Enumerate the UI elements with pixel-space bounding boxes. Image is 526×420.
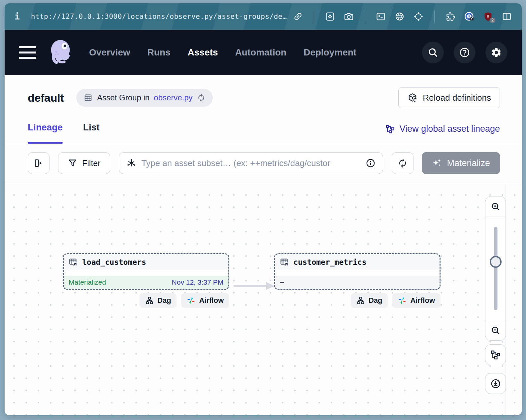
crosshair-icon[interactable] xyxy=(413,12,423,21)
nav-item-runs[interactable]: Runs xyxy=(148,47,171,58)
toolbar-divider xyxy=(365,10,365,23)
toolbar-divider xyxy=(314,10,314,23)
globe-icon[interactable] xyxy=(395,12,405,21)
app-window: i http://127.0.0.1:3000/locations/observ… xyxy=(5,3,522,415)
camera-icon[interactable] xyxy=(344,12,354,21)
asset-group-badge-text: Asset Group in xyxy=(97,93,149,102)
refresh-lineage-button[interactable] xyxy=(392,152,413,174)
zoom-out-icon xyxy=(491,326,501,335)
primary-nav: Overview Runs Assets Automation Deployme… xyxy=(89,47,356,58)
page-title: default xyxy=(28,91,64,104)
lineage-canvas[interactable]: load_customers Materialized Nov 12, 3:37… xyxy=(5,184,522,415)
view-global-asset-lineage-label: View global asset lineage xyxy=(400,124,500,134)
expand-panel-icon xyxy=(34,158,44,168)
terminal-icon[interactable] xyxy=(376,12,386,21)
reload-definitions-button[interactable]: Reload definitions xyxy=(398,87,500,108)
tag-dag[interactable]: Dag xyxy=(140,293,177,308)
link-icon[interactable] xyxy=(293,12,303,21)
filter-label: Filter xyxy=(82,158,101,168)
filter-button[interactable]: Filter xyxy=(58,152,110,174)
asset-node-status-row: – xyxy=(275,276,440,289)
tag-airflow[interactable]: Airflow xyxy=(392,293,441,308)
asset-node-body xyxy=(64,270,228,276)
tag-label: Dag xyxy=(369,296,382,305)
badge-refresh-icon[interactable] xyxy=(197,93,206,102)
zoom-slider-track[interactable] xyxy=(494,227,497,310)
browser-toolbar-icons: u 2 xyxy=(293,10,512,23)
zoom-slider[interactable] xyxy=(485,217,506,320)
toolbar-divider xyxy=(434,10,435,23)
app-navbar: Overview Runs Assets Automation Deployme… xyxy=(5,30,522,75)
asset-group-badge: Asset Group in observe.py xyxy=(76,89,213,107)
materialize-label: Materialize xyxy=(447,158,490,168)
download-icon xyxy=(490,378,501,389)
extension-frame-icon[interactable] xyxy=(325,12,335,21)
asset-tags-load-customers: Dag Airflow xyxy=(63,293,229,308)
asset-node-name: customer_metrics xyxy=(293,258,367,266)
page-header: default Asset Group in observe.py Reload… xyxy=(5,75,522,108)
reload-cube-icon xyxy=(407,92,418,103)
navbar-actions xyxy=(422,42,507,63)
asset-node-load-customers[interactable]: load_customers Materialized Nov 12, 3:37… xyxy=(63,253,229,290)
canvas-gutter xyxy=(506,184,514,415)
view-global-asset-lineage-link[interactable]: View global asset lineage xyxy=(385,124,500,143)
asset-node-name: load_customers xyxy=(82,258,146,266)
dagster-logo[interactable] xyxy=(48,38,75,67)
dag-icon xyxy=(145,296,154,305)
puzzle-icon[interactable] xyxy=(445,12,455,21)
lineage-graph-icon xyxy=(490,350,501,360)
zoom-slider-thumb[interactable] xyxy=(490,256,502,268)
airflow-icon xyxy=(398,296,407,305)
help-button[interactable] xyxy=(454,42,476,63)
asset-table-icon xyxy=(69,258,78,266)
reload-definitions-label: Reload definitions xyxy=(423,93,491,103)
dag-icon xyxy=(356,296,365,305)
expand-panel-button[interactable] xyxy=(28,152,49,174)
url-bar[interactable]: http://127.0.0.1:3000/locations/observe.… xyxy=(31,13,287,20)
materialize-button[interactable]: Materialize xyxy=(422,152,500,174)
asset-node-header: customer_metrics xyxy=(275,254,440,270)
tab-lineage[interactable]: Lineage xyxy=(28,122,63,143)
asset-tags-customer-metrics: Dag Airflow xyxy=(274,293,441,308)
download-button[interactable] xyxy=(485,373,506,394)
zoom-out-button[interactable] xyxy=(485,320,506,340)
tag-dag[interactable]: Dag xyxy=(351,293,388,308)
asset-subset-input[interactable] xyxy=(142,158,361,168)
nav-item-assets[interactable]: Assets xyxy=(188,47,218,58)
asset-node-customer-metrics[interactable]: customer_metrics – xyxy=(274,253,441,290)
asset-table-icon xyxy=(280,258,289,266)
nav-item-deployment[interactable]: Deployment xyxy=(304,47,356,58)
zoom-in-icon xyxy=(491,202,501,212)
nav-item-overview[interactable]: Overview xyxy=(89,47,130,58)
edge-arrow xyxy=(232,280,277,292)
status-label: – xyxy=(280,278,284,286)
tab-list[interactable]: List xyxy=(83,122,100,143)
funnel-icon xyxy=(68,158,78,168)
tag-label: Airflow xyxy=(410,296,435,305)
asset-group-icon xyxy=(83,93,93,102)
shield-badge: 2 xyxy=(490,18,495,23)
status-timestamp[interactable]: Nov 12, 3:37 PM xyxy=(172,278,223,286)
search-button[interactable] xyxy=(422,42,444,63)
tabs-row: Lineage List View global asset lineage xyxy=(5,122,522,143)
asset-node-body xyxy=(275,270,440,276)
zoom-panel xyxy=(485,196,506,341)
nav-item-automation[interactable]: Automation xyxy=(235,47,286,58)
adblock-shield-icon[interactable]: u 2 xyxy=(483,12,493,21)
password-manager-icon[interactable] xyxy=(464,12,474,21)
fit-lineage-button[interactable] xyxy=(485,344,506,365)
tag-airflow[interactable]: Airflow xyxy=(181,293,229,308)
zoom-in-button[interactable] xyxy=(485,196,506,217)
tag-label: Airflow xyxy=(199,296,224,305)
split-view-icon[interactable] xyxy=(502,12,512,21)
lineage-graph-icon xyxy=(385,124,395,134)
observe-py-link[interactable]: observe.py xyxy=(154,93,192,102)
asset-node-status-row: Materialized Nov 12, 3:37 PM xyxy=(64,276,228,289)
info-glyph-icon: i xyxy=(15,12,20,21)
asset-subset-icon xyxy=(126,158,136,168)
tag-label: Dag xyxy=(157,296,171,305)
asset-subset-search[interactable] xyxy=(119,152,383,174)
gear-button[interactable] xyxy=(485,42,507,63)
hamburger-menu-icon[interactable] xyxy=(19,46,36,59)
refresh-icon xyxy=(398,158,408,168)
